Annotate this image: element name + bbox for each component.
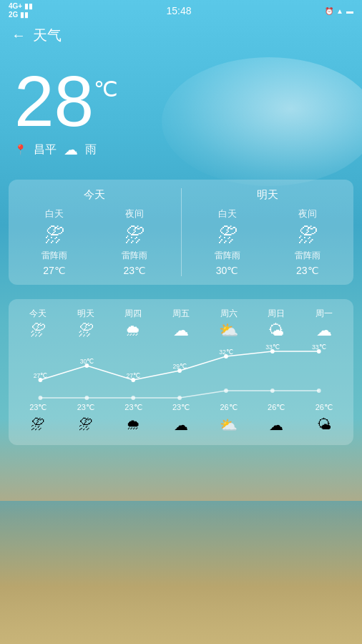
weekly-day-6: 周一 ☁ bbox=[300, 308, 348, 338]
today-forecast: 今天 白天 ⛈ 雷阵雨 27℃ 夜间 ⛈ 雷阵雨 23℃ bbox=[9, 188, 181, 276]
night-icon-4: ⛅ bbox=[205, 416, 253, 434]
weekly-icon-2: 🌧 bbox=[125, 323, 141, 338]
night-temps-row: 23℃ 23℃ 23℃ 23℃ 26℃ 26℃ 26℃ bbox=[14, 403, 348, 412]
page-title: 天气 bbox=[33, 26, 62, 45]
tomorrow-label: 明天 bbox=[187, 188, 348, 202]
weekly-day-5: 周日 🌤 bbox=[253, 308, 300, 338]
night-temp-5: 26℃ bbox=[253, 403, 300, 412]
weekly-day-label-4: 周六 bbox=[220, 308, 238, 320]
weekly-days-row: 今天 ⛈ 明天 ⛈ 周四 🌧 周五 ☁ 周六 ⛅ 周日 🌤 周一 ☁ bbox=[14, 308, 348, 338]
temperature-chart: 27℃ 30℃ 27℃ 29℃ 32℃ 33℃ 33℃ bbox=[17, 344, 345, 401]
night-icon-0: ⛈ bbox=[14, 416, 62, 434]
weekly-icon-6: ☁ bbox=[316, 323, 332, 338]
svg-point-18 bbox=[224, 389, 228, 393]
tomorrow-night-desc: 雷阵雨 bbox=[295, 250, 321, 262]
current-temperature: 28 bbox=[14, 65, 94, 137]
tomorrow-daytime: 白天 ⛈ 雷阵雨 30℃ bbox=[215, 208, 240, 276]
weekly-day-label-0: 今天 bbox=[29, 308, 47, 320]
svg-text:29℃: 29℃ bbox=[172, 363, 186, 370]
today-label: 今天 bbox=[14, 188, 175, 202]
signal-indicator: 4G+ ▮▮ 2G ▮▮ bbox=[9, 2, 33, 19]
today-daytime-desc: 雷阵雨 bbox=[41, 250, 67, 262]
svg-text:27℃: 27℃ bbox=[127, 372, 140, 379]
night-icon-5: ☁ bbox=[253, 416, 300, 434]
svg-point-20 bbox=[317, 389, 321, 393]
night-temp-0: 23℃ bbox=[14, 403, 62, 412]
today-daytime-label: 白天 bbox=[45, 208, 64, 220]
night-icons-row: ⛈ ⛈ 🌧 ☁ ⛅ ☁ 🌤 bbox=[14, 416, 348, 434]
temperature-unit: ℃ bbox=[94, 77, 118, 102]
weekly-icon-5: 🌤 bbox=[268, 323, 284, 338]
night-temp-3: 23℃ bbox=[157, 403, 205, 412]
location-name: 昌平 bbox=[34, 142, 57, 157]
status-icons: ⏰ ▲ ▬ bbox=[325, 7, 353, 15]
night-temp-1: 23℃ bbox=[62, 403, 110, 412]
weekly-day-1: 明天 ⛈ bbox=[62, 308, 110, 338]
night-temp-4: 26℃ bbox=[205, 403, 253, 412]
svg-point-16 bbox=[131, 396, 135, 400]
clock: 15:48 bbox=[167, 5, 192, 16]
today-night-label: 夜间 bbox=[125, 208, 144, 220]
tomorrow-night-temp: 23℃ bbox=[296, 265, 319, 276]
wifi-icon: ▲ bbox=[336, 7, 343, 15]
today-night-desc: 雷阵雨 bbox=[122, 250, 147, 262]
battery-icon: ▬ bbox=[346, 7, 353, 15]
bg-sea bbox=[0, 501, 362, 644]
svg-point-19 bbox=[270, 389, 275, 393]
weekly-day-2: 周四 🌧 bbox=[109, 308, 157, 338]
weekly-day-label-5: 周日 bbox=[268, 308, 285, 320]
tomorrow-daytime-label: 白天 bbox=[218, 208, 237, 220]
weekly-day-3: 周五 ☁ bbox=[157, 308, 205, 338]
today-night: 夜间 ⛈ 雷阵雨 23℃ bbox=[122, 208, 147, 276]
night-icon-2: 🌧 bbox=[109, 416, 157, 434]
current-weather-desc: 雨 bbox=[85, 142, 97, 157]
header: ← 天气 bbox=[0, 20, 362, 51]
tomorrow-daytime-desc: 雷阵雨 bbox=[215, 250, 240, 262]
svg-text:33℃: 33℃ bbox=[265, 344, 279, 351]
current-weather: 28 ℃ 📍 昌平 ☁ 雨 bbox=[0, 51, 362, 165]
tomorrow-night-label: 夜间 bbox=[298, 208, 317, 220]
night-icon-6: 🌤 bbox=[300, 416, 348, 434]
today-night-temp: 23℃ bbox=[124, 265, 147, 276]
weekly-panel: 今天 ⛈ 明天 ⛈ 周四 🌧 周五 ☁ 周六 ⛅ 周日 🌤 周一 ☁ bbox=[9, 299, 353, 445]
weekly-day-label-2: 周四 bbox=[124, 308, 142, 320]
back-button[interactable]: ← bbox=[11, 27, 26, 44]
tomorrow-daytime-temp: 30℃ bbox=[216, 265, 239, 276]
today-tomorrow-panel: 今天 白天 ⛈ 雷阵雨 27℃ 夜间 ⛈ 雷阵雨 23℃ 明天 bbox=[9, 180, 353, 285]
weekly-icon-0: ⛈ bbox=[30, 323, 46, 338]
weekly-day-label-6: 周一 bbox=[315, 308, 333, 320]
svg-text:30℃: 30℃ bbox=[80, 358, 94, 365]
night-temp-6: 26℃ bbox=[300, 403, 348, 412]
weekly-day-label-1: 明天 bbox=[77, 308, 94, 320]
svg-text:27℃: 27℃ bbox=[34, 372, 47, 379]
alarm-icon: ⏰ bbox=[325, 7, 333, 15]
today-daytime: 白天 ⛈ 雷阵雨 27℃ bbox=[41, 208, 67, 276]
weekly-day-4: 周六 ⛅ bbox=[205, 308, 253, 338]
tomorrow-night-icon: ⛈ bbox=[298, 223, 318, 247]
weekly-day-label-3: 周五 bbox=[172, 308, 190, 320]
weekly-icon-4: ⛅ bbox=[219, 323, 238, 338]
tomorrow-forecast: 明天 白天 ⛈ 雷阵雨 30℃ 夜间 ⛈ 雷阵雨 23℃ bbox=[181, 188, 354, 276]
location-pin-icon: 📍 bbox=[14, 144, 26, 155]
night-icon-3: ☁ bbox=[157, 416, 205, 434]
today-daytime-icon: ⛈ bbox=[44, 223, 64, 247]
weekly-icon-3: ☁ bbox=[173, 323, 189, 338]
svg-point-14 bbox=[39, 396, 43, 400]
svg-text:32℃: 32℃ bbox=[219, 348, 233, 356]
status-bar: 4G+ ▮▮ 2G ▮▮ 15:48 ⏰ ▲ ▬ bbox=[0, 0, 362, 20]
night-temp-2: 23℃ bbox=[109, 403, 157, 412]
today-daytime-temp: 27℃ bbox=[43, 265, 66, 276]
weekly-day-0: 今天 ⛈ bbox=[14, 308, 62, 338]
svg-point-17 bbox=[177, 396, 182, 400]
weekly-icon-1: ⛈ bbox=[78, 323, 94, 338]
tomorrow-night: 夜间 ⛈ 雷阵雨 23℃ bbox=[295, 208, 321, 276]
tomorrow-daytime-icon: ⛈ bbox=[217, 223, 238, 247]
svg-point-15 bbox=[84, 396, 89, 400]
today-night-icon: ⛈ bbox=[124, 223, 145, 247]
current-weather-icon: ☁ bbox=[64, 141, 78, 158]
night-icon-1: ⛈ bbox=[62, 416, 110, 434]
svg-text:33℃: 33℃ bbox=[312, 344, 326, 351]
